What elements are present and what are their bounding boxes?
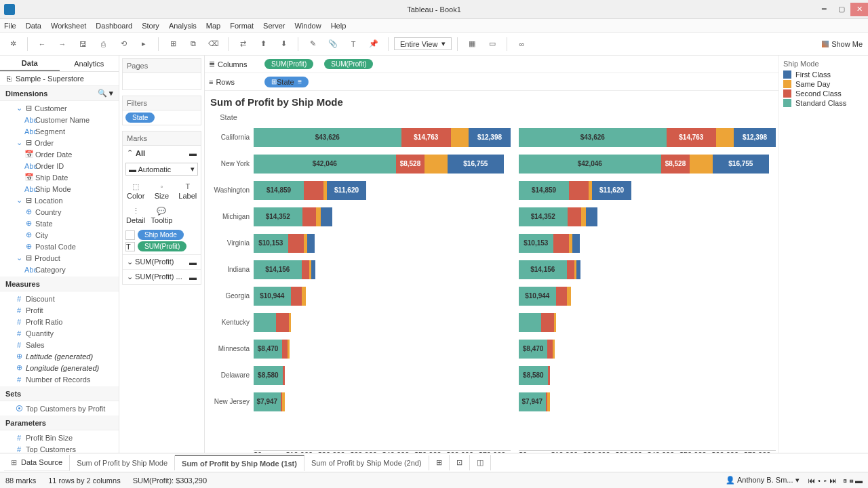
bar-row[interactable]: $42,046$8,528$16,755 (254, 150, 511, 177)
bar-segment[interactable]: $12,398 (469, 128, 511, 147)
pages-shelf[interactable]: Pages (123, 59, 201, 73)
legend-item[interactable]: Second Class (783, 89, 864, 98)
bar-segment[interactable] (716, 128, 734, 147)
bar-segment[interactable]: $8,580 (254, 366, 283, 385)
mark-pill-shipmode[interactable]: Ship Mode (138, 230, 184, 240)
new-datasource-button[interactable]: ⎙ (94, 35, 112, 53)
bar-segment[interactable]: $11,620 (592, 181, 631, 200)
columns-shelf[interactable]: ≣Columns SUM(Profit) SUM(Profit) (205, 56, 778, 73)
nav-controls[interactable]: ⏮ ◂ ▸ ⏭ ⊞ ▦ ▬ (808, 476, 863, 485)
bar-row[interactable]: $8,470 (519, 336, 776, 362)
bar-row[interactable]: $8,580 (254, 362, 511, 388)
menu-map[interactable]: Map (206, 22, 220, 30)
meas-profit-ratio[interactable]: #Profit Ratio (0, 316, 119, 327)
filter-pill-state[interactable]: State (125, 113, 155, 123)
meas-profit[interactable]: #Profit (0, 304, 119, 316)
labels-button[interactable]: T (344, 35, 362, 53)
bar-segment[interactable] (289, 313, 291, 332)
bar-segment[interactable]: $8,528 (661, 155, 690, 174)
bar-row[interactable]: $7,947 (519, 388, 776, 415)
bar-segment[interactable] (288, 234, 304, 253)
redo-button[interactable]: → (54, 35, 71, 53)
menu-window[interactable]: Window (295, 22, 321, 30)
dim-segment[interactable]: AbcSegment (0, 125, 119, 137)
row-pill-state[interactable]: ⊞ State ≡ (264, 77, 309, 87)
filters-shelf[interactable]: Filters (123, 96, 201, 110)
bar-segment[interactable] (254, 313, 276, 332)
bar-segment[interactable] (307, 234, 315, 253)
row-label[interactable]: Virginia (208, 230, 250, 256)
bar-row[interactable]: $10,153 (254, 230, 511, 256)
bar-segment[interactable]: $10,944 (254, 287, 291, 306)
col-pill-1[interactable]: SUM(Profit) (264, 59, 313, 69)
sort-desc-button[interactable]: ⬇ (275, 35, 292, 53)
bar-segment[interactable]: $14,156 (519, 260, 567, 279)
bar-segment[interactable] (282, 340, 287, 359)
mark-label-button[interactable]: TLabel (175, 178, 201, 203)
swap-button[interactable]: ⇄ (234, 35, 252, 53)
pin-button[interactable]: 📌 (365, 35, 382, 53)
bar-segment[interactable]: $16,755 (448, 155, 505, 174)
dim-product[interactable]: ⌄⊟ Product (0, 252, 119, 264)
bar-row[interactable]: $43,626$14,763$12,398 (519, 124, 776, 150)
bar-segment[interactable] (304, 181, 323, 200)
bar-segment[interactable] (316, 207, 321, 226)
legend-item[interactable]: First Class (783, 70, 864, 79)
clear-button[interactable]: ⌫ (205, 35, 222, 53)
bar-row[interactable]: $14,352 (519, 203, 776, 230)
run-button[interactable]: ▸ (135, 35, 153, 53)
dim-country[interactable]: ⊕Country (0, 206, 119, 218)
status-user[interactable]: 👤 Anthony B. Sm... ▾ (726, 476, 799, 485)
bar-segment[interactable] (425, 155, 447, 174)
bar-segment[interactable]: $42,046 (519, 155, 661, 174)
presentation-button[interactable]: ▭ (484, 35, 501, 53)
fit-selector[interactable]: Entire View▾ (394, 37, 452, 50)
bar-row[interactable]: $14,352 (254, 203, 511, 230)
color-legend[interactable]: Ship Mode First ClassSame DaySecond Clas… (778, 56, 868, 472)
bar-row[interactable] (519, 309, 776, 336)
minimize-button[interactable]: ━ (815, 3, 833, 16)
bar-segment[interactable]: $14,352 (519, 207, 568, 226)
bar-segment[interactable] (311, 260, 315, 279)
bar-segment[interactable]: $14,859 (519, 181, 569, 200)
show-me-button[interactable]: Show Me (822, 40, 863, 48)
bar-segment[interactable]: $12,398 (734, 128, 776, 147)
dim-order[interactable]: ⌄⊟ Order (0, 137, 119, 148)
bar-row[interactable]: $14,859$11,620 (519, 177, 776, 203)
bar-row[interactable]: $14,156 (519, 256, 776, 283)
marks-pane-1[interactable]: ⌄ SUM(Profit)▬ (123, 254, 201, 269)
mark-color-button[interactable]: ⬚Color (123, 178, 149, 203)
sheet-tab-1[interactable]: Sum of Profit by Ship Mode (70, 455, 175, 470)
row-label[interactable]: Washington (208, 177, 250, 203)
bar-row[interactable]: $8,580 (519, 362, 776, 388)
bar-segment[interactable]: $43,626 (519, 128, 667, 147)
auto-update-button[interactable]: ⟲ (115, 35, 132, 53)
tab-data[interactable]: Data (0, 56, 60, 71)
new-worksheet-button[interactable]: ⊞ (164, 35, 182, 53)
duplicate-button[interactable]: ⧉ (184, 35, 202, 53)
dim-state[interactable]: ⊕State (0, 218, 119, 229)
menu-file[interactable]: File (4, 22, 16, 30)
bar-segment[interactable] (283, 366, 285, 385)
row-label[interactable]: Indiana (208, 256, 250, 283)
bar-segment[interactable] (291, 287, 302, 306)
save-button[interactable]: 🖫 (74, 35, 92, 53)
menu-server[interactable]: Server (263, 22, 285, 30)
close-button[interactable]: ✕ (850, 3, 868, 16)
search-icon[interactable]: 🔍 ▾ (98, 89, 113, 98)
bar-segment[interactable] (556, 287, 567, 306)
bar-row[interactable]: $10,944 (519, 283, 776, 309)
bar-segment[interactable] (586, 207, 597, 226)
maximize-button[interactable]: ▢ (833, 3, 850, 16)
menu-help[interactable]: Help (331, 22, 347, 30)
datasource-item[interactable]: ⎘ Sample - Superstore (0, 72, 119, 86)
viz-title[interactable]: Sum of Profit by Ship Mode (205, 91, 778, 113)
dim-ship-date[interactable]: 📅Ship Date (0, 171, 119, 183)
bar-segment[interactable] (519, 313, 541, 332)
bar-segment[interactable]: $8,580 (519, 366, 548, 385)
meas-longitude-generated-[interactable]: ⊕Longitude (generated) (0, 362, 119, 373)
row-label[interactable]: Delaware (208, 362, 250, 388)
bar-segment[interactable]: $14,352 (254, 207, 302, 226)
row-label[interactable]: Kentucky (208, 309, 250, 336)
new-story-tab[interactable]: ◫ (470, 455, 491, 470)
